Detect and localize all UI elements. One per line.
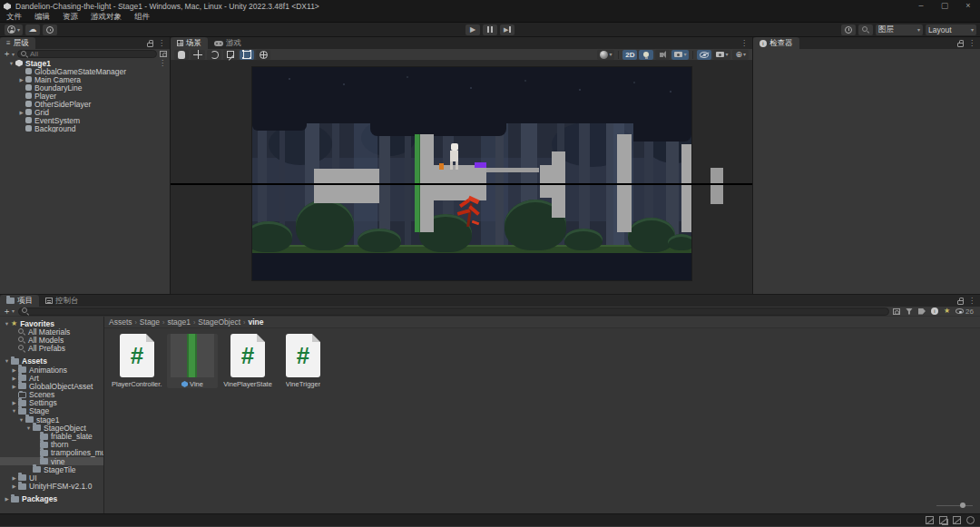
create-asset-button[interactable]: ＋▾ xyxy=(3,306,15,317)
search-by-type-icon[interactable] xyxy=(893,308,900,315)
label-tag-icon[interactable] xyxy=(918,308,926,315)
expand-arrow-icon[interactable]: ▶ xyxy=(10,384,18,389)
hidden-packages-counter[interactable]: 26 xyxy=(956,307,974,316)
scene-audio-toggle[interactable] xyxy=(655,50,670,60)
thorn-sprite[interactable] xyxy=(457,198,483,229)
breadcrumb-segment-vine[interactable]: vine xyxy=(248,317,263,327)
info-icon[interactable]: i xyxy=(931,307,938,315)
lock-icon[interactable] xyxy=(957,300,964,305)
scene-visibility-toggle[interactable] xyxy=(697,50,711,60)
expand-arrow-icon[interactable]: ▶ xyxy=(10,367,18,373)
scene-lighting-toggle[interactable] xyxy=(639,50,653,60)
project-searchbox[interactable] xyxy=(18,307,889,316)
close-button[interactable]: × xyxy=(956,0,980,13)
preview-disabled-icon[interactable] xyxy=(926,516,934,524)
expand-arrow-icon[interactable]: ▶ xyxy=(10,475,18,481)
expand-arrow-icon[interactable]: ▶ xyxy=(17,77,25,83)
tab-game[interactable]: 游戏 xyxy=(208,37,248,49)
thin-platform[interactable] xyxy=(486,168,539,172)
project-folder-animations[interactable]: ▶Animations xyxy=(0,366,103,374)
hierarchy-item-eventsystem[interactable]: EventSystem xyxy=(0,116,170,124)
expand-arrow-icon[interactable]: ▶ xyxy=(10,400,18,405)
cloud-button[interactable]: ☁ xyxy=(25,24,40,35)
notifications-muted-icon[interactable] xyxy=(953,516,961,524)
shading-mode-dropdown[interactable]: ▾ xyxy=(597,50,614,60)
hierarchy-item-grid[interactable]: ▶Grid xyxy=(0,108,170,116)
rotate-tool-button[interactable] xyxy=(207,50,221,60)
expand-arrow-icon[interactable]: ▼ xyxy=(10,408,18,414)
expand-arrow-icon[interactable]: ▼ xyxy=(17,417,25,423)
breadcrumb-segment-stageobject[interactable]: StageObject xyxy=(198,317,240,327)
expand-arrow-icon[interactable]: ▶ xyxy=(17,110,25,115)
account-button[interactable]: ▾ xyxy=(5,24,23,35)
tab-scene[interactable]: 场景 xyxy=(171,37,208,49)
expand-arrow-icon[interactable]: ▶ xyxy=(10,376,18,381)
menu-edit[interactable]: 编辑 xyxy=(28,12,56,23)
favorite-star-icon[interactable]: ★ xyxy=(944,307,950,315)
hierarchy-searchbox[interactable] xyxy=(17,50,157,58)
expand-arrow-icon[interactable]: ▼ xyxy=(7,61,15,66)
activity-indicator-icon[interactable] xyxy=(966,516,975,524)
gizmos-dropdown[interactable]: ⊕ ▾ xyxy=(732,50,749,60)
expand-arrow-icon[interactable]: ▼ xyxy=(3,358,11,364)
breadcrumb-segment-stage[interactable]: Stage xyxy=(140,317,160,327)
search-button[interactable] xyxy=(858,24,873,35)
pause-button[interactable] xyxy=(483,24,497,35)
transform-tool-button[interactable] xyxy=(256,50,270,60)
minimize-button[interactable]: – xyxy=(909,0,933,13)
expand-arrow-icon[interactable]: ▼ xyxy=(24,425,33,431)
move-tool-button[interactable] xyxy=(191,50,205,60)
menu-file[interactable]: 文件 xyxy=(0,12,28,23)
scene-viewport[interactable] xyxy=(171,61,752,294)
expand-arrow-icon[interactable]: ▶ xyxy=(10,483,18,489)
project-folder-all-prefabs[interactable]: All Prefabs xyxy=(0,345,103,353)
cache-disabled-icon[interactable] xyxy=(939,516,947,524)
lock-icon[interactable] xyxy=(147,43,153,47)
hierarchy-search-input[interactable] xyxy=(30,51,153,58)
offscreen-platform[interactable] xyxy=(710,168,723,204)
undo-history-button[interactable] xyxy=(841,24,856,35)
project-folder-packages[interactable]: ▶Packages xyxy=(0,495,103,503)
boundary-line[interactable] xyxy=(171,183,752,185)
search-filter-icon[interactable] xyxy=(160,51,167,57)
hierarchy-item-globalgamestatemanager[interactable]: GlobalGameStateManager xyxy=(0,67,170,75)
scale-tool-button[interactable] xyxy=(223,50,238,60)
play-button[interactable]: ▶ xyxy=(466,24,480,35)
camera-settings-dropdown[interactable]: ▾ xyxy=(713,50,730,60)
project-search-input[interactable] xyxy=(31,307,886,315)
toggle-2d-button[interactable]: 2D xyxy=(622,50,637,60)
kebab-menu-icon[interactable]: ⋮ xyxy=(155,39,168,47)
layers-dropdown[interactable]: 图层 ▾ xyxy=(876,24,923,35)
asset-playercontroller[interactable]: #PlayerController... xyxy=(112,334,162,388)
filter-funnel-icon[interactable] xyxy=(906,308,913,315)
menu-assets[interactable]: 资源 xyxy=(56,12,84,23)
asset-vinetrigger[interactable]: #VineTrigger xyxy=(278,334,328,388)
purple-pickup[interactable] xyxy=(475,162,486,168)
hierarchy-item-background[interactable]: Background xyxy=(0,124,170,132)
orange-pickup[interactable] xyxy=(439,163,444,170)
platform[interactable] xyxy=(314,169,379,203)
asset-vineplayerstate[interactable]: #VinePlayerState xyxy=(222,334,273,388)
expand-arrow-icon[interactable]: ▶ xyxy=(3,496,11,502)
kebab-menu-icon[interactable]: ⋮ xyxy=(965,39,978,47)
menu-gameobject[interactable]: 游戏对象 xyxy=(84,12,128,23)
project-folder-stagetile[interactable]: StageTile xyxy=(0,465,103,473)
tab-console[interactable]: 控制台 xyxy=(39,295,85,307)
hierarchy-item-othersideplayer[interactable]: OtherSidePlayer xyxy=(0,100,170,108)
hierarchy-item-main-camera[interactable]: ▶Main Camera xyxy=(0,75,170,83)
kebab-menu-icon[interactable]: ⋮ xyxy=(965,297,978,305)
breadcrumb-segment-assets[interactable]: Assets xyxy=(109,317,132,327)
project-folder-settings[interactable]: ▶Settings xyxy=(0,399,103,407)
player-character[interactable] xyxy=(447,143,462,171)
step-button[interactable]: ▶ xyxy=(500,24,514,35)
tab-inspector[interactable]: i 检查器 xyxy=(753,37,799,49)
kebab-menu-icon[interactable]: ⋮ xyxy=(159,59,166,67)
thumbnail-size-slider[interactable] xyxy=(936,502,973,509)
project-folder-unityhfsm-v2-1-0[interactable]: ▶UnityHFSM-v2.1.0 xyxy=(0,483,103,491)
layout-dropdown[interactable]: Layout ▾ xyxy=(926,24,976,35)
platform[interactable] xyxy=(681,144,691,232)
rect-tool-button[interactable] xyxy=(240,50,254,60)
version-control-button[interactable] xyxy=(43,24,57,35)
scene-effects-dropdown[interactable]: ▾ xyxy=(671,50,689,60)
hierarchy-item-boundaryline[interactable]: BoundaryLine xyxy=(0,83,170,92)
